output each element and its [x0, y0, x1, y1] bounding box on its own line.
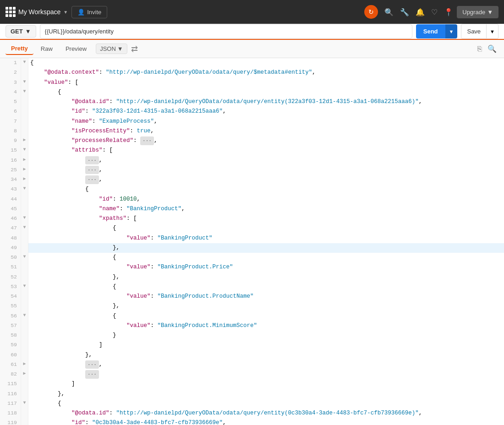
invite-button[interactable]: 👤 Invite: [71, 6, 107, 18]
table-row: 47▼ {: [0, 223, 504, 233]
line-code: },: [28, 350, 504, 360]
copy-icon[interactable]: ⎘: [476, 43, 484, 55]
response-area: Pretty Raw Preview JSON ▼ ⇄ ⎘ 🔍 1▼{2 "@o…: [0, 40, 504, 425]
line-code: "@odata.context": "http://wp-danielpd/Qu…: [28, 68, 504, 77]
collapse-arrow[interactable]: ▼: [21, 58, 28, 68]
collapse-arrow[interactable]: ▼: [21, 311, 28, 321]
collapse-arrow[interactable]: ▶: [21, 156, 28, 165]
location-icon[interactable]: 📍: [444, 8, 453, 16]
line-code: }: [28, 331, 504, 340]
table-row: 44 "id": 10010,: [0, 195, 504, 204]
line-code: "isProcessEntity": true,: [28, 126, 504, 136]
save-dropdown-button[interactable]: ▼: [487, 24, 499, 39]
line-code: "name": "ExampleProcess",: [28, 117, 504, 126]
collapsed-badge[interactable]: ···: [85, 166, 99, 174]
collapse-arrow: [21, 117, 28, 126]
table-row: 52 },: [0, 272, 504, 282]
table-row: 25▶ ···,: [0, 165, 504, 175]
collapse-arrow[interactable]: ▶: [21, 175, 28, 185]
collapse-arrow: [21, 68, 28, 77]
line-code: "id": "322a3f03-12d1-4315-a3a1-068a2215a…: [28, 107, 504, 116]
collapse-arrow[interactable]: ▶: [21, 165, 28, 175]
url-input[interactable]: [40, 24, 412, 38]
send-dropdown-button[interactable]: ▼: [445, 24, 458, 38]
heart-icon[interactable]: ♡: [431, 8, 438, 16]
collapse-arrow[interactable]: ▼: [21, 282, 28, 292]
line-code: "value": [: [28, 78, 504, 87]
collapsed-badge[interactable]: ···: [85, 156, 99, 165]
line-number: 118: [0, 409, 21, 418]
refresh-icon[interactable]: ↻: [364, 5, 378, 19]
collapse-arrow[interactable]: ▼: [21, 399, 28, 409]
collapsed-badge[interactable]: ···: [85, 370, 99, 379]
table-row: 116 },: [0, 389, 504, 399]
collapse-arrow: [21, 195, 28, 204]
settings-icon[interactable]: 🔧: [400, 8, 409, 16]
line-number: 117: [0, 399, 21, 409]
table-row: 57 "value": "BankingProduct.MinimumScore…: [0, 321, 504, 331]
collapse-arrow[interactable]: ▼: [21, 223, 28, 233]
app-logo[interactable]: My Workspace ▼: [5, 7, 68, 17]
line-code: ]: [28, 340, 504, 350]
line-code: {: [28, 185, 504, 194]
workspace-name: My Workspace: [18, 8, 60, 16]
url-bar: GET ▼ Send ▼ Save ▼: [0, 24, 504, 40]
format-dropdown-icon: ▼: [117, 45, 123, 52]
line-number: 6: [0, 107, 21, 116]
wrap-icon[interactable]: ⇄: [129, 42, 140, 56]
line-code: },: [28, 301, 504, 311]
collapse-arrow: [21, 301, 28, 311]
search-icon[interactable]: 🔍: [384, 8, 394, 16]
save-group: Save ▼: [461, 24, 499, 39]
notifications-icon[interactable]: 🔔: [416, 8, 425, 16]
collapse-arrow: [21, 204, 28, 214]
line-code: "attribs": [: [28, 146, 504, 155]
tab-preview[interactable]: Preview: [60, 43, 92, 54]
line-code: {: [28, 399, 504, 409]
collapse-arrow: [21, 234, 28, 243]
collapsed-badge[interactable]: ···: [85, 175, 99, 184]
line-number: 44: [0, 195, 21, 204]
collapse-arrow: [21, 243, 28, 253]
send-button[interactable]: Send: [416, 24, 445, 38]
line-code: ···,: [28, 360, 504, 370]
collapse-arrow: [21, 340, 28, 350]
collapse-arrow[interactable]: ▶: [21, 370, 28, 379]
line-code: },: [28, 243, 504, 253]
collapse-arrow[interactable]: ▼: [21, 185, 28, 194]
collapsed-badge[interactable]: ···: [140, 136, 154, 145]
line-code: ···,: [28, 156, 504, 165]
collapse-arrow[interactable]: ▼: [21, 146, 28, 155]
line-number: 2: [0, 68, 21, 77]
line-number: 4: [0, 87, 21, 97]
line-number: 58: [0, 331, 21, 340]
line-code: ]: [28, 379, 504, 389]
collapse-arrow[interactable]: ▼: [21, 214, 28, 223]
collapse-arrow[interactable]: ▼: [21, 87, 28, 97]
collapse-arrow[interactable]: ▶: [21, 360, 28, 370]
format-selector[interactable]: JSON ▼: [96, 44, 127, 54]
line-number: 7: [0, 117, 21, 126]
tab-raw[interactable]: Raw: [35, 43, 58, 54]
table-row: 115 ]: [0, 379, 504, 389]
line-number: 3: [0, 78, 21, 87]
save-button[interactable]: Save: [461, 24, 487, 39]
table-row: 117▼ {: [0, 399, 504, 409]
line-code: "xpaths": [: [28, 214, 504, 223]
table-row: 7 "name": "ExampleProcess",: [0, 117, 504, 126]
collapse-arrow[interactable]: ▶: [21, 136, 28, 146]
view-tabs: Pretty Raw Preview JSON ▼ ⇄ ⎘ 🔍: [0, 40, 504, 58]
table-row: 51 "value": "BankingProduct.Price": [0, 262, 504, 272]
upgrade-button[interactable]: Upgrade ▼: [457, 6, 499, 18]
collapse-arrow: [21, 262, 28, 272]
tab-pretty[interactable]: Pretty: [5, 43, 33, 55]
table-row: 5 "@odata.id": "http://wp-danielpd/Query…: [0, 97, 504, 107]
table-row: 55 },: [0, 301, 504, 311]
search-response-icon[interactable]: 🔍: [486, 43, 499, 55]
line-number: 46: [0, 214, 21, 223]
line-number: 59: [0, 340, 21, 350]
collapsed-badge[interactable]: ···: [85, 360, 99, 369]
collapse-arrow[interactable]: ▼: [21, 78, 28, 87]
collapse-arrow[interactable]: ▼: [21, 253, 28, 262]
method-selector[interactable]: GET ▼: [5, 25, 36, 38]
